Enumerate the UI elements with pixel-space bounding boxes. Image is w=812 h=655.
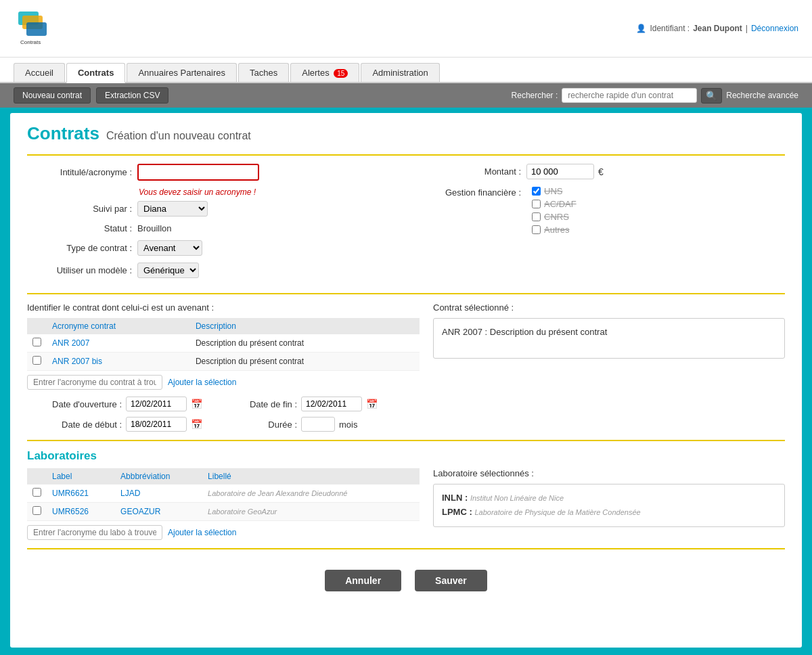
date-ouverture-label: Date d'ouverture : <box>27 399 122 409</box>
date-fin-label: Date de fin : <box>229 399 297 409</box>
cancel-button[interactable]: Annuler <box>325 570 401 591</box>
date-fin-row: Date de fin : 📅 <box>229 397 378 411</box>
error-message: Vous devez saisir un acronyme ! <box>139 187 396 197</box>
tab-annuaires[interactable]: Annuaires Partenaires <box>127 63 237 82</box>
form-section: Intitulé/acronyme : Vous devez saisir un… <box>27 164 785 285</box>
avenant-row2-checkbox[interactable] <box>32 356 41 365</box>
avenant-table: Acronyme contrat Description ANR 2007 De… <box>27 318 420 371</box>
date-debut-calendar-icon[interactable]: 📅 <box>191 419 202 430</box>
advanced-search-link[interactable]: Recherche avancée <box>726 91 798 100</box>
suivi-par-label: Suivi par : <box>27 204 132 214</box>
save-button[interactable]: Sauver <box>415 570 487 591</box>
tab-accueil[interactable]: Accueil <box>14 63 65 82</box>
gestion-uns-label: UNS <box>544 186 562 196</box>
gestion-acdaf-checkbox[interactable] <box>532 200 541 208</box>
table-row: ANR 2007 Description du présent contrat <box>27 334 420 353</box>
intitule-input[interactable] <box>137 164 259 181</box>
main-content: Contrats Création d'un nouveau contrat I… <box>10 113 802 648</box>
avenant-row1-acronyme: ANR 2007 <box>47 334 190 353</box>
form-left: Intitulé/acronyme : Vous devez saisir un… <box>27 164 396 285</box>
modele-select[interactable]: Générique Modèle 1 Modèle 2 <box>137 263 199 278</box>
labs-row1-libelle: Laboratoire de Jean Alexandre Dieudonné <box>202 484 420 503</box>
form-right: Montant : € Gestion financière : UNS AC <box>416 164 785 285</box>
dates-section: Date d'ouverture : 📅 Date de début : 📅 D… <box>27 397 785 432</box>
gestion-autres-checkbox[interactable] <box>532 225 541 234</box>
labs-selected-box: INLN : Institut Non Linéaire de Nice LPM… <box>433 484 785 527</box>
labs-search-input[interactable] <box>27 525 162 540</box>
tab-administration[interactable]: Administration <box>361 63 439 82</box>
date-fin-calendar-icon[interactable]: 📅 <box>366 399 378 409</box>
intitule-label: Intitulé/acronyme : <box>27 167 132 177</box>
new-contract-button[interactable]: Nouveau contrat <box>14 87 91 104</box>
gestion-uns-item: UNS <box>532 186 577 196</box>
search-area: Rechercher : 🔍 Recherche avancée <box>512 88 798 104</box>
type-contrat-label: Type de contrat : <box>27 243 132 253</box>
duree-unit: mois <box>339 420 357 430</box>
date-debut-label: Date de début : <box>27 420 122 430</box>
extract-csv-button[interactable]: Extraction CSV <box>96 87 168 104</box>
dates-left: Date d'ouverture : 📅 Date de début : 📅 <box>27 397 202 432</box>
gestion-cnrs-label: CNRS <box>544 212 569 222</box>
search-icon-button[interactable]: 🔍 <box>701 88 722 104</box>
labs-lpmc-acronyme: LPMC : <box>442 507 472 517</box>
avenant-desc-header: Description <box>190 318 420 334</box>
suivi-par-select[interactable]: Diana Jean Dupont Marie <box>137 201 208 217</box>
search-input[interactable] <box>562 88 697 103</box>
table-row: UMR6621 LJAD Laboratoire de Jean Alexand… <box>27 484 420 503</box>
avenant-selected-title: Contrat sélectionné : <box>433 302 785 313</box>
gestion-checkboxes: UNS AC/DAF CNRS Autres <box>532 186 577 235</box>
tab-alertes[interactable]: Alertes 15 <box>290 63 359 82</box>
date-debut-input[interactable] <box>126 417 187 432</box>
avenant-row1-checkbox[interactable] <box>32 338 41 346</box>
divider-2 <box>27 293 785 294</box>
labs-inln-acronyme: INLN : <box>442 493 468 503</box>
gestion-cnrs-item: CNRS <box>532 212 577 222</box>
date-fin-input[interactable] <box>301 397 362 411</box>
labs-right: Laboratoire sélectionnés : INLN : Instit… <box>433 449 785 540</box>
avenant-row2-acronyme: ANR 2007 bis <box>47 353 190 371</box>
page-title: Contrats <box>27 123 99 144</box>
gestion-cnrs-checkbox[interactable] <box>532 212 541 221</box>
modele-label: Utiliser un modèle : <box>27 265 132 275</box>
modele-row: Utiliser un modèle : Générique Modèle 1 … <box>27 263 396 278</box>
statut-value: Brouillon <box>137 223 172 233</box>
montant-input[interactable] <box>526 164 594 179</box>
gestion-label: Gestion financière : <box>416 186 521 198</box>
divider-3 <box>27 440 785 441</box>
separator: | <box>746 24 748 33</box>
tab-contrats[interactable]: Contrats <box>66 63 125 83</box>
avenant-search-area: Ajouter la sélection <box>27 375 420 390</box>
statut-row: Statut : Brouillon <box>27 223 396 233</box>
statut-label: Statut : <box>27 223 132 233</box>
labs-search-area: Ajouter la sélection <box>27 525 420 540</box>
duree-label: Durée : <box>229 420 297 430</box>
gestion-uns-checkbox[interactable] <box>532 187 541 196</box>
labs-row2-check <box>27 503 47 521</box>
page-header: Contrats Création d'un nouveau contrat <box>27 123 785 144</box>
avenant-add-link[interactable]: Ajouter la sélection <box>168 378 236 387</box>
labs-inln-label: Institut Non Linéaire de Nice <box>470 494 564 502</box>
montant-row: Montant : € <box>416 164 785 179</box>
top-bar: Contrats 👤 Identifiant : Jean Dupont | D… <box>0 0 812 58</box>
labs-libelle-header: Libellé <box>202 468 420 484</box>
labs-add-link[interactable]: Ajouter la sélection <box>168 528 236 537</box>
date-ouverture-calendar-icon[interactable]: 📅 <box>191 399 202 409</box>
gestion-autres-item: Autres <box>532 225 577 235</box>
labs-left: Laboratoires Label Abbbréviation Libellé <box>27 449 420 540</box>
logout-link[interactable]: Déconnexion <box>751 24 798 33</box>
gestion-section: Gestion financière : UNS AC/DAF CNRS <box>416 186 785 235</box>
currency-symbol: € <box>598 166 604 177</box>
labs-row2-checkbox[interactable] <box>32 506 41 515</box>
suivi-par-row: Suivi par : Diana Jean Dupont Marie <box>27 201 396 217</box>
action-buttons: Annuler Sauver <box>27 570 785 591</box>
type-contrat-row: Type de contrat : Avenant Contrat Conven… <box>27 240 396 256</box>
avenant-search-input[interactable] <box>27 375 162 390</box>
date-ouverture-input[interactable] <box>126 397 187 411</box>
montant-input-group: € <box>526 164 604 179</box>
labs-row1-checkbox[interactable] <box>32 488 41 497</box>
nav-tabs: Accueil Contrats Annuaires Partenaires T… <box>0 58 812 83</box>
duree-input[interactable] <box>301 417 335 432</box>
type-contrat-select[interactable]: Avenant Contrat Convention <box>137 240 202 256</box>
tab-taches[interactable]: Taches <box>238 63 289 82</box>
labs-check-header <box>27 468 47 484</box>
